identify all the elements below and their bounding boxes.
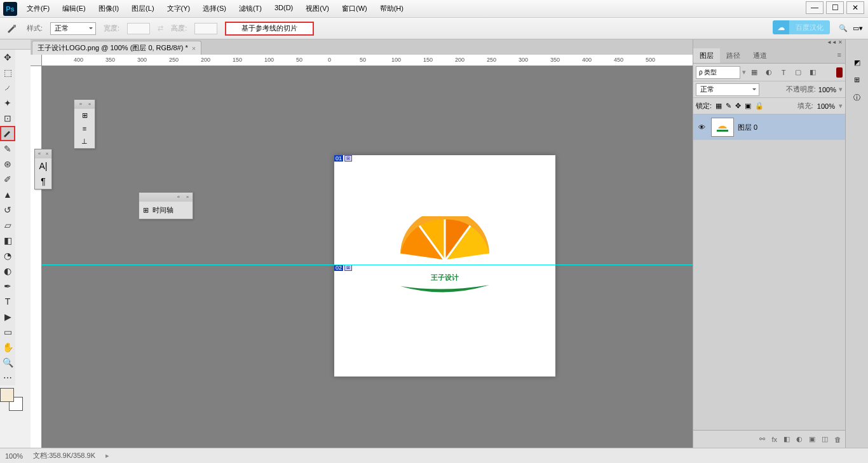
brush-tool-icon[interactable]: ⊥	[81, 137, 88, 146]
healing-tool[interactable]: ⊛	[0, 156, 15, 172]
panel-close-icon[interactable]: ×	[184, 194, 191, 200]
filter-pixel-icon[interactable]: ▦	[748, 67, 761, 78]
menu-image[interactable]: 图像(I)	[92, 1, 125, 17]
status-arrow-icon[interactable]: ▸	[105, 452, 109, 460]
panel-close-icon[interactable]: ×	[44, 151, 50, 157]
swatches-icon[interactable]: ⊞	[854, 76, 860, 84]
filter-type-dropdown[interactable]: ρ 类型	[696, 66, 740, 79]
layer-thumbnail[interactable]	[711, 118, 734, 137]
vertical-ruler[interactable]	[31, 66, 42, 448]
lock-transparency-icon[interactable]: ▦	[715, 102, 722, 110]
opacity-dropdown-icon[interactable]: ▾	[839, 85, 843, 93]
document-tab[interactable]: 王子设计LOGO.png @ 100% (图层 0, RGB/8#) * ×	[32, 41, 201, 55]
zoom-tool[interactable]: 🔍	[0, 355, 15, 370]
lock-artboard-icon[interactable]: ▣	[745, 102, 751, 110]
move-tool[interactable]: ✥	[0, 50, 15, 65]
info-icon[interactable]: ⓘ	[853, 93, 860, 102]
lock-pixels-icon[interactable]: ✎	[726, 102, 731, 110]
brush-settings-icon[interactable]: ⊞	[82, 111, 88, 120]
workspace-dropdown[interactable]: ▭▾	[853, 24, 863, 32]
layers-list[interactable]: 👁 图层 0	[693, 114, 845, 430]
pen-tool[interactable]: ✒	[0, 279, 15, 294]
filter-toggle[interactable]	[836, 67, 843, 78]
blur-tool[interactable]: ◔	[0, 248, 15, 263]
menu-window[interactable]: 窗口(W)	[336, 1, 374, 17]
lock-all-icon[interactable]: 🔒	[755, 102, 764, 110]
canvas-area[interactable]: 01 ⊠ 02 ⊠ 王子设计	[42, 66, 693, 448]
slice-tool[interactable]	[0, 126, 15, 141]
brush-presets-icon[interactable]: ≡	[83, 125, 86, 132]
panel-collapse-bar[interactable]: ◄◄ ✕	[693, 39, 845, 48]
tab-channels[interactable]: 通道	[747, 48, 773, 63]
menu-select[interactable]: 选择(S)	[196, 1, 233, 17]
filter-smart-icon[interactable]: ◧	[806, 67, 819, 78]
lock-position-icon[interactable]: ✥	[735, 102, 741, 110]
link-layers-icon[interactable]: ⚯	[759, 435, 765, 443]
character-panel[interactable]: «× A| ¶	[34, 149, 52, 190]
eyedropper-tool[interactable]: ✎	[0, 141, 15, 156]
layer-row[interactable]: 👁 图层 0	[693, 114, 845, 140]
marquee-tool[interactable]: ⬚	[0, 65, 15, 80]
minimize-button[interactable]: —	[806, 1, 824, 14]
delete-layer-icon[interactable]: 🗑	[834, 436, 841, 443]
tab-paths[interactable]: 路径	[720, 48, 747, 63]
paragraph-icon[interactable]: ¶	[41, 176, 46, 186]
hand-tool[interactable]: ✋	[0, 340, 15, 355]
color-swatches[interactable]	[0, 388, 23, 411]
filter-adjust-icon[interactable]: ◐	[763, 67, 775, 78]
height-input[interactable]	[194, 23, 217, 34]
blend-mode-dropdown[interactable]: 正常	[696, 83, 759, 96]
lasso-tool[interactable]: ⟋	[0, 80, 15, 95]
brush-tool[interactable]: ✐	[0, 172, 15, 187]
width-input[interactable]	[127, 23, 150, 34]
filter-shape-icon[interactable]: ▢	[792, 67, 804, 78]
brush-panel[interactable]: «× ⊞ ≡ ⊥	[74, 99, 95, 149]
menu-filter[interactable]: 滤镜(T)	[233, 1, 268, 17]
menu-layer[interactable]: 图层(L)	[125, 1, 160, 17]
eraser-tool[interactable]: ▱	[0, 218, 15, 233]
menu-file[interactable]: 文件(F)	[20, 1, 56, 17]
fill-value[interactable]: 100%	[817, 102, 835, 110]
panel-collapse-icon[interactable]: «	[36, 151, 43, 157]
zoom-level[interactable]: 100%	[5, 452, 23, 460]
layer-mask-icon[interactable]: ◧	[783, 435, 790, 443]
adjustment-layer-icon[interactable]: ◐	[796, 435, 803, 443]
slice-from-guides-button[interactable]: 基于参考线的切片	[225, 22, 314, 36]
history-brush-tool[interactable]: ↺	[0, 202, 15, 218]
timeline-panel[interactable]: «× ⊞ 时间轴	[139, 192, 193, 219]
menu-type[interactable]: 文字(Y)	[161, 1, 197, 17]
search-icon[interactable]: 🔍	[839, 24, 848, 32]
layer-fx-icon[interactable]: fx	[771, 436, 777, 443]
tools-tab-grip[interactable]	[0, 39, 31, 50]
new-layer-icon[interactable]: ◫	[822, 435, 828, 443]
gradient-tool[interactable]: ◧	[0, 233, 15, 248]
dodge-tool[interactable]: ◐	[0, 263, 15, 279]
panel-close-icon[interactable]: ×	[86, 101, 93, 107]
type-tool[interactable]: T	[0, 294, 15, 309]
panel-collapse-icon[interactable]: «	[77, 101, 85, 107]
history-icon[interactable]: ◩	[854, 59, 860, 67]
rectangle-tool[interactable]: ▭	[0, 324, 15, 340]
magic-wand-tool[interactable]: ✦	[0, 95, 15, 111]
filter-type-icon[interactable]: T	[777, 67, 790, 78]
panel-collapse-icon[interactable]: «	[175, 194, 182, 200]
panel-menu-icon[interactable]: ≡	[834, 48, 845, 63]
close-button[interactable]: ✕	[846, 1, 864, 14]
menu-help[interactable]: 帮助(H)	[374, 1, 410, 17]
menu-view[interactable]: 视图(V)	[299, 1, 336, 17]
horizontal-guide[interactable]	[42, 265, 693, 265]
maximize-button[interactable]: ☐	[826, 1, 844, 14]
edit-toolbar[interactable]: ⋯	[0, 370, 15, 385]
layer-name[interactable]: 图层 0	[738, 123, 757, 132]
tab-layers[interactable]: 图层	[693, 48, 720, 63]
cloud-badge[interactable]: ☁ 百度汉化	[773, 20, 830, 34]
menu-3d[interactable]: 3D(D)	[268, 1, 299, 17]
character-icon[interactable]: A|	[39, 161, 48, 171]
path-select-tool[interactable]: ▶	[0, 309, 15, 324]
menu-edit[interactable]: 编辑(E)	[56, 1, 92, 17]
visibility-icon[interactable]: 👁	[696, 121, 707, 133]
style-dropdown[interactable]: 正常	[50, 22, 96, 35]
horizontal-ruler[interactable]: 400 350 300 250 200 150 100 50 0 50 100 …	[42, 55, 693, 66]
doc-size[interactable]: 文档:358.9K/358.9K	[33, 451, 95, 460]
crop-tool[interactable]: ⊡	[0, 111, 15, 126]
